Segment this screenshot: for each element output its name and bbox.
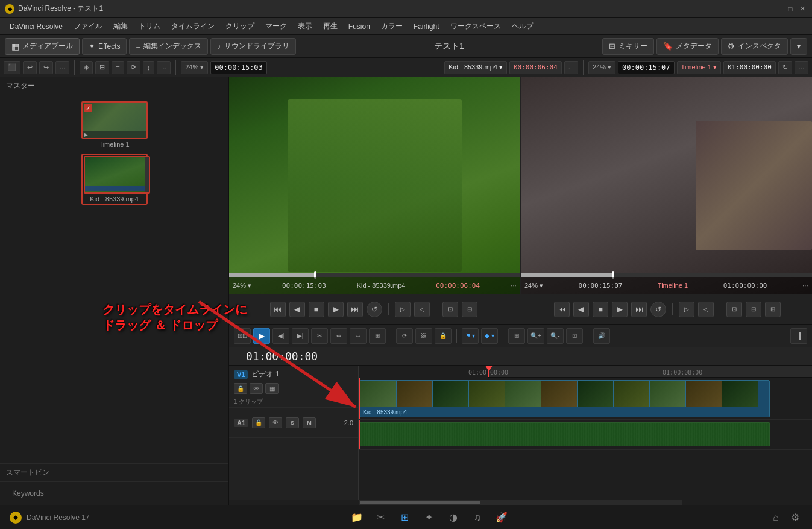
timeline-prev-frame[interactable]: ◀ [573, 302, 589, 317]
sort-dir-button[interactable]: ↕ [143, 61, 155, 74]
speed-change-btn[interactable]: ⟳ [396, 328, 413, 344]
slide-tool-btn[interactable]: ↔ [350, 328, 367, 344]
clip-tc-button[interactable]: 00:00:06:04 [509, 61, 562, 74]
effects-button[interactable]: ✦ Effects [82, 38, 127, 55]
menu-davinci[interactable]: DaVinci Resolve [5, 21, 68, 33]
page-color-icon[interactable]: ◑ [446, 510, 461, 525]
source-mark-out[interactable]: ◁ [414, 302, 430, 317]
menu-mark[interactable]: マーク [260, 19, 292, 33]
filename-button[interactable]: Kid - 85339.mp4 ▾ [444, 61, 507, 74]
settings-icon[interactable]: ⚙ [788, 510, 802, 525]
flag-btn[interactable]: ⚑ ▾ [462, 328, 479, 344]
menu-view[interactable]: 表示 [293, 19, 317, 33]
edit-index-button[interactable]: ≡ 編集インデックス [129, 38, 208, 55]
link-btn[interactable]: ⛓ [415, 328, 432, 344]
page-fairlight-icon[interactable]: ♫ [470, 510, 485, 525]
menu-file[interactable]: ファイル [69, 19, 107, 33]
source-option2[interactable]: ⊟ [462, 302, 477, 317]
close-button[interactable]: ✕ [798, 4, 807, 14]
v1-track-content[interactable]: Kid - 85339.mp4 [359, 378, 812, 420]
timeline-option2[interactable]: ⊟ [746, 302, 761, 317]
menu-help[interactable]: ヘルプ [507, 19, 538, 33]
zoom-button[interactable]: 24% ▾ [181, 61, 208, 74]
menu-timeline[interactable]: タイムライン [166, 19, 219, 33]
page-cut-icon[interactable]: ✂ [374, 510, 388, 525]
trim-start-btn[interactable]: ◀| [272, 328, 289, 344]
menu-clip[interactable]: クリップ [221, 19, 259, 33]
timeline-clip-kid[interactable]: Kid - 85339.mp4 [360, 380, 770, 417]
source-skip-end[interactable]: ⏭ [347, 302, 363, 317]
source-loop[interactable]: ↺ [367, 302, 382, 317]
clip-timeline1-thumb[interactable]: ✓ ▶ [81, 101, 148, 139]
right-tc-button[interactable]: 00:00:15:07 [618, 61, 674, 74]
timeline-viewer-more[interactable]: ··· [802, 281, 808, 290]
more-right-button[interactable]: ··· [795, 61, 808, 74]
a1-lock-btn[interactable]: 🔒 [252, 417, 265, 428]
source-more[interactable]: ··· [511, 281, 517, 290]
panel-toggle-button[interactable]: ⬛ [4, 61, 20, 74]
undo-button[interactable]: ↩ [23, 61, 37, 74]
a1-eye-btn[interactable]: 👁 [269, 417, 282, 428]
menu-fairlight[interactable]: Fairlight [409, 21, 444, 33]
source-option1[interactable]: ⊡ [442, 302, 458, 317]
more-sub-button[interactable]: ··· [55, 61, 69, 74]
home-icon[interactable]: ⌂ [769, 510, 783, 525]
left-tc-button[interactable]: 00:00:15:03 [210, 61, 266, 74]
right-zoom-button[interactable]: 24% ▾ [588, 61, 615, 74]
source-stop[interactable]: ■ [309, 302, 324, 317]
metadata-button[interactable]: 🔖 メタデータ [656, 38, 719, 55]
a1-track-content[interactable] [359, 420, 812, 450]
timeline-stop[interactable]: ■ [593, 302, 608, 317]
timeline-loop[interactable]: ↺ [650, 302, 666, 317]
select-tool-btn[interactable]: ▶ [253, 328, 270, 344]
scrollbar-thumb[interactable] [360, 501, 480, 504]
loop-icon-button[interactable]: ↻ [778, 61, 792, 74]
audio-vol-btn[interactable]: 🔊 [593, 328, 610, 344]
sort-button[interactable]: ⟳ [127, 61, 140, 74]
v1-lock-btn[interactable]: 🔒 [234, 383, 247, 394]
menu-color[interactable]: カラー [376, 19, 408, 33]
menu-workspace[interactable]: ワークスペース [445, 19, 506, 33]
timeline-mark-in[interactable]: ▷ [679, 302, 694, 317]
snapping-button[interactable]: ◈ [80, 61, 93, 74]
mixer-button[interactable]: ⊞ ミキサー [602, 38, 654, 55]
v1-cam-btn[interactable]: ▦ [265, 383, 279, 394]
out-tc-button[interactable]: 01:00:00:00 [723, 61, 776, 74]
timeline-viewer[interactable]: 24% ▾ 00:00:15:07 Timeline 1 01:00:00:00… [521, 77, 812, 294]
more-options-button[interactable]: ▾ [790, 38, 807, 55]
media-pool-button[interactable]: ▦ メディアプール [5, 38, 80, 55]
trim-end-btn[interactable]: ▶| [292, 328, 309, 344]
more-clip-button[interactable]: ··· [564, 61, 578, 74]
page-edit-icon[interactable]: ⊞ [398, 510, 412, 525]
zoom-in-btn[interactable]: 🔍+ [527, 328, 544, 344]
timeline-name-button[interactable]: Timeline 1 ▾ [677, 61, 721, 74]
timeline-skip-end[interactable]: ⏭ [631, 302, 647, 317]
lock-btn[interactable]: 🔒 [435, 328, 452, 344]
source-play[interactable]: ▶ [328, 302, 344, 317]
insert-mode-btn[interactable]: ⊡⊡ [234, 328, 251, 344]
audio-meter-btn[interactable]: ▐ [790, 328, 807, 344]
marker-btn[interactable]: ◆ ▾ [481, 328, 498, 344]
menu-playback[interactable]: 再生 [318, 19, 342, 33]
source-prev-frame[interactable]: ◀ [289, 302, 305, 317]
titlebar-controls[interactable]: — □ ✕ [773, 4, 807, 14]
v1-eye-btn[interactable]: 👁 [250, 383, 263, 394]
timeline-skip-start[interactable]: ⏮ [554, 302, 570, 317]
timeline-option1[interactable]: ⊡ [726, 302, 742, 317]
redo-button[interactable]: ↪ [39, 61, 53, 74]
sound-library-button[interactable]: ♪ サウンドライブラリ [210, 38, 296, 55]
maximize-button[interactable]: □ [785, 4, 795, 14]
page-deliver-icon[interactable]: 🚀 [494, 510, 509, 525]
more-view-button[interactable]: ··· [157, 61, 171, 74]
minimize-button[interactable]: — [773, 4, 783, 14]
clip-kid-video[interactable]: Kid - 85339.mp4 [81, 154, 148, 205]
snap-btn[interactable]: ⊞ [508, 328, 525, 344]
source-viewer[interactable]: 24% ▾ 00:00:15:03 Kid - 85339.mp4 00:00:… [229, 77, 521, 294]
dynamics-btn[interactable]: ⊞ [369, 328, 386, 344]
a1-m-btn[interactable]: M [303, 417, 316, 428]
clip-timeline1[interactable]: ✓ ▶ Timeline 1 [81, 101, 148, 148]
timeline-option3[interactable]: ⊞ [765, 302, 781, 317]
blade-tool-btn[interactable]: ✂ [311, 328, 328, 344]
menu-edit[interactable]: 編集 [109, 19, 133, 33]
page-media-icon[interactable]: 📁 [350, 510, 364, 525]
